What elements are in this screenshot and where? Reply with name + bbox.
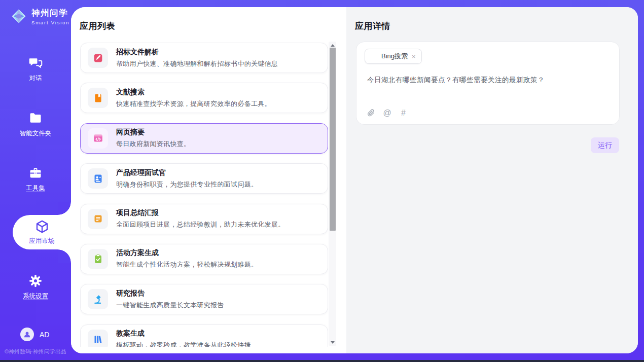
webpage-icon <box>88 128 108 149</box>
query-input-card[interactable]: Bing搜索 × 今日湖北有哪些新闻要点？有哪些需要关注的最新政策？ @# <box>356 42 620 125</box>
book-icon <box>88 88 108 108</box>
app-card-desc: 全面回顾项目进展，总结经验教训，助力未来优化发展。 <box>116 220 285 229</box>
tool-tag-label: Bing搜索 <box>381 52 408 61</box>
folder-icon <box>28 111 43 125</box>
app-card-title: 研究报告 <box>116 289 224 298</box>
tool-tag-bing-search[interactable]: Bing搜索 × <box>365 49 422 64</box>
app-card[interactable]: 文献搜索 快速精准查找学术资源，提高研究效率的必备工具。 <box>80 83 328 113</box>
app-card[interactable]: 研究报告 一键智能生成高质量长文本研究报告 <box>80 284 328 314</box>
content-panel: 应用列表 招标文件解析 帮助用户快速、准确地理解和解析招标书中的关键信息 文献搜… <box>71 7 638 353</box>
sidebar-item-app-market[interactable]: 应用市场 <box>13 215 71 249</box>
brand-name: 神州问学 <box>31 8 69 19</box>
user-icon <box>23 330 31 339</box>
hash-icon[interactable]: # <box>399 108 408 117</box>
research-icon <box>88 289 108 309</box>
briefcase-icon <box>370 53 378 60</box>
app-card-title: 文献搜索 <box>116 88 271 97</box>
sidebar-item-chat[interactable]: 对话 <box>0 56 71 83</box>
brand-tagline: Smart Vision <box>31 20 69 25</box>
scrollbar-thumb[interactable] <box>330 48 336 231</box>
app-card[interactable]: 教案生成 模板驱动，教案秒成，教学准备从此轻松快捷 <box>80 324 328 347</box>
books-icon <box>88 330 108 347</box>
app-list: 招标文件解析 帮助用户快速、准确地理解和解析招标书中的关键信息 文献搜索 快速精… <box>80 43 328 347</box>
app-list-title: 应用列表 <box>80 20 115 32</box>
summary-icon <box>88 209 108 229</box>
app-card[interactable]: 网页摘要 每日政府新闻资讯快查。 <box>80 123 328 154</box>
toolbox-icon <box>28 166 43 180</box>
scroll-down-arrow-icon[interactable] <box>329 339 336 346</box>
mention-icon[interactable]: @ <box>383 108 391 117</box>
sidebar-item-label: 工具集 <box>26 184 45 193</box>
user-initials: AD <box>40 331 49 339</box>
app-card-desc: 每日政府新闻资讯快查。 <box>116 139 190 149</box>
query-input[interactable]: 今日湖北有哪些新闻要点？有哪些需要关注的最新政策？ <box>367 76 609 85</box>
app-card-desc: 一键智能生成高质量长文本研究报告 <box>116 301 224 310</box>
app-detail-title: 应用详情 <box>355 20 390 32</box>
edit-square-icon <box>88 48 108 68</box>
app-card-desc: 模板驱动，教案秒成，教学准备从此轻松快捷 <box>116 341 251 347</box>
app-card-title: 产品经理面试官 <box>116 168 258 177</box>
brand-logo: 神州问学 Smart Vision <box>9 7 69 26</box>
app-card[interactable]: 产品经理面试官 明确身份和职责，为您提供专业性的面试问题。 <box>80 163 328 194</box>
app-card-title: 项目总结汇报 <box>116 208 285 218</box>
sidebar-item-toolset[interactable]: 工具集 <box>0 166 71 193</box>
sidebar: 神州问学 Smart Vision 对话 智能文件夹 工具集 应用市场 系统设置… <box>0 0 71 360</box>
app-card[interactable]: 活动方案生成 智能生成个性化活动方案，轻松解决规划难题。 <box>80 244 328 274</box>
app-card-title: 教案生成 <box>116 329 251 338</box>
app-card-title: 活动方案生成 <box>116 248 258 258</box>
sidebar-item-settings[interactable]: 系统设置 <box>0 274 71 301</box>
sidebar-item-label: 智能文件夹 <box>20 129 52 138</box>
sidebar-item-label: 系统设置 <box>23 292 48 301</box>
bottom-bar <box>0 360 644 362</box>
app-card[interactable]: 项目总结汇报 全面回顾项目进展，总结经验教训，助力未来优化发展。 <box>80 204 328 234</box>
attachment-icon[interactable] <box>367 108 375 117</box>
clipboard-check-icon <box>88 249 108 269</box>
diamond-logo-icon <box>9 7 28 26</box>
app-detail-pane: 应用详情 Bing搜索 × 今日湖北有哪些新闻要点？有哪些需要关注的最新政策？ … <box>346 7 638 353</box>
app-card[interactable]: 招标文件解析 帮助用户快速、准确地理解和解析招标书中的关键信息 <box>80 43 328 73</box>
sidebar-item-folders[interactable]: 智能文件夹 <box>0 111 71 138</box>
sidebar-item-label: 对话 <box>29 74 42 83</box>
input-toolbar: @# <box>367 108 408 117</box>
app-card-desc: 智能生成个性化活动方案，轻松解决规划难题。 <box>116 260 258 269</box>
interview-icon <box>88 168 108 189</box>
app-card-title: 招标文件解析 <box>116 48 278 57</box>
run-button[interactable]: 运行 <box>591 137 619 153</box>
app-card-title: 网页摘要 <box>116 128 190 137</box>
chat-icon <box>28 56 43 70</box>
copyright-footer: ©神州数码·神州问学出品 <box>5 348 73 355</box>
gear-icon <box>28 274 43 288</box>
app-list-pane: 应用列表 招标文件解析 帮助用户快速、准确地理解和解析招标书中的关键信息 文献搜… <box>71 7 346 353</box>
app-card-desc: 快速精准查找学术资源，提高研究效率的必备工具。 <box>116 99 271 108</box>
sidebar-item-label: 应用市场 <box>29 237 55 245</box>
scrollbar[interactable] <box>329 42 336 346</box>
app-card-desc: 明确身份和职责，为您提供专业性的面试问题。 <box>116 180 258 189</box>
user-menu[interactable]: AD <box>0 328 71 341</box>
app-card-desc: 帮助用户快速、准确地理解和解析招标书中的关键信息 <box>116 59 278 68</box>
avatar <box>20 328 34 341</box>
cube-icon <box>34 219 50 234</box>
close-icon[interactable]: × <box>411 53 416 60</box>
